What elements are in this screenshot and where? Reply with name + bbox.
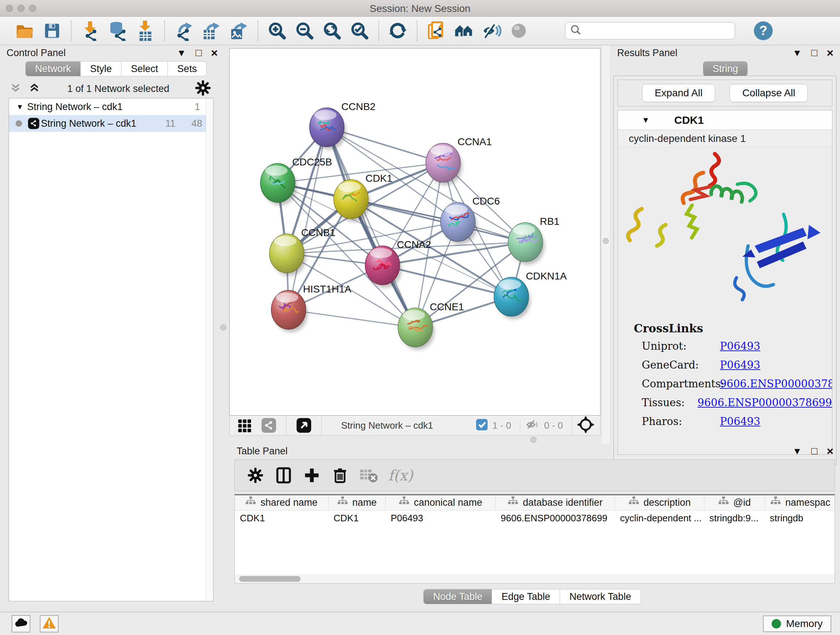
- table-panel: Table Panel ▼ □ × f(x) shared namenameca…: [224, 443, 840, 612]
- collapse-all-networks-icon[interactable]: [9, 81, 22, 96]
- tab-style[interactable]: Style: [81, 61, 122, 76]
- table-panel-close-icon[interactable]: ×: [827, 445, 834, 458]
- network-tree-scrollbar[interactable]: [206, 98, 213, 601]
- column-header-name[interactable]: name: [328, 495, 386, 510]
- control-panel-collapse-icon[interactable]: ▼: [177, 48, 186, 59]
- right-splitter-handle[interactable]: [603, 238, 609, 244]
- refresh-icon[interactable]: [386, 20, 409, 42]
- bottom-splitter-handle[interactable]: [531, 437, 537, 443]
- memory-label: Memory: [786, 618, 823, 630]
- table-options-gear-icon[interactable]: [244, 464, 267, 486]
- window-titlebar: Session: New Session: [0, 0, 840, 17]
- table-row[interactable]: CDK1CDK1P064939606.ENSP00000378699cyclin…: [235, 510, 835, 526]
- selected-checkbox-icon[interactable]: [475, 418, 489, 433]
- tab-string[interactable]: String: [703, 61, 748, 76]
- export-network-icon[interactable]: [172, 20, 195, 42]
- memory-button[interactable]: Memory: [763, 616, 831, 632]
- tab-node-table[interactable]: Node Table: [423, 589, 492, 604]
- tab-network[interactable]: Network: [25, 61, 81, 76]
- crosslink-link[interactable]: P06493: [720, 415, 760, 428]
- show-columns-icon[interactable]: [272, 464, 295, 486]
- network-node-RB1[interactable]: RB1: [508, 216, 559, 264]
- network-node-CDKN1A[interactable]: CDKN1A: [494, 271, 567, 319]
- zoom-selected-icon[interactable]: [348, 20, 371, 42]
- network-tree-row[interactable]: String Network – cdk1 11 48: [9, 115, 213, 132]
- export-image-icon[interactable]: [227, 20, 250, 42]
- table-panel-float-icon[interactable]: □: [811, 445, 817, 457]
- results-panel-close-icon[interactable]: ×: [827, 46, 834, 60]
- tab-select[interactable]: Select: [122, 61, 168, 76]
- network-share-icon[interactable]: [259, 414, 278, 437]
- save-session-icon[interactable]: [41, 20, 64, 42]
- toggle-views-icon[interactable]: [507, 20, 531, 42]
- tree-expand-caret-icon[interactable]: ▼: [13, 103, 27, 111]
- open-session-icon[interactable]: [13, 20, 36, 42]
- tab-edge-table[interactable]: Edge Table: [492, 589, 560, 604]
- network-node-CCNB2[interactable]: CCNB2: [309, 101, 376, 150]
- fit-content-crosshair-icon[interactable]: [577, 416, 594, 435]
- crosslink-link[interactable]: P06493: [720, 340, 760, 352]
- search-input[interactable]: [582, 25, 727, 36]
- crosslink-link[interactable]: 9606.ENSP00000378699: [720, 378, 832, 390]
- network-view-toolbar: String Network – cdk1 1 - 0 0 - 0: [229, 416, 600, 435]
- help-button[interactable]: ?: [754, 21, 773, 40]
- import-network-database-icon[interactable]: [106, 20, 129, 42]
- network-node-CCNA1[interactable]: CCNA1: [426, 136, 492, 185]
- open-in-window-icon[interactable]: [294, 414, 313, 437]
- delete-table-icon[interactable]: [357, 464, 379, 486]
- home-icon[interactable]: [452, 20, 475, 42]
- search-box[interactable]: [565, 22, 735, 40]
- network-tree-row[interactable]: ▼ String Network – cdk1 1: [9, 98, 213, 115]
- cloud-button[interactable]: [11, 615, 30, 632]
- collapse-all-button[interactable]: Collapse All: [729, 84, 808, 102]
- network-node-HIST1H1A[interactable]: HIST1H1A: [271, 283, 352, 333]
- node-label: CCNB1: [302, 227, 336, 238]
- toolbar-divider: [164, 21, 165, 41]
- network-edge[interactable]: [289, 127, 327, 310]
- table-panel-collapse-icon[interactable]: ▼: [793, 446, 802, 457]
- network-edge[interactable]: [327, 127, 415, 328]
- tab-network-table[interactable]: Network Table: [560, 589, 641, 604]
- crosslink-link[interactable]: 9606.ENSP00000378699: [698, 396, 832, 409]
- table-hscrollbar-thumb[interactable]: [239, 576, 301, 582]
- network-options-gear-icon[interactable]: [195, 80, 210, 97]
- control-panel-float-icon[interactable]: □: [195, 47, 202, 59]
- share-document-icon[interactable]: [425, 20, 448, 42]
- column-header--id[interactable]: @id: [704, 495, 765, 510]
- column-header-canonical-name[interactable]: canonical name: [386, 495, 496, 510]
- warnings-button[interactable]: [40, 615, 58, 632]
- column-header-namespac[interactable]: namespac: [765, 495, 835, 510]
- table-hscrollbar[interactable]: [235, 575, 835, 583]
- crosslink-label: Tissues:: [642, 396, 698, 409]
- results-panel-float-icon[interactable]: □: [811, 47, 817, 59]
- add-column-icon[interactable]: [301, 464, 323, 486]
- zoom-fit-icon[interactable]: [321, 20, 344, 42]
- crosslink-link[interactable]: P06493: [720, 359, 760, 371]
- zoom-in-icon[interactable]: [265, 20, 289, 42]
- column-header-database-identifier[interactable]: database identifier: [496, 495, 615, 510]
- results-panel-collapse-icon[interactable]: ▼: [793, 48, 802, 59]
- column-header-shared-name[interactable]: shared name: [235, 495, 328, 510]
- hidden-eye-slash-icon[interactable]: [525, 417, 540, 434]
- export-table-icon[interactable]: [200, 20, 223, 42]
- left-splitter-handle[interactable]: [220, 325, 226, 331]
- network-node-CDC6[interactable]: CDC6: [441, 195, 500, 244]
- network-canvas[interactable]: CCNB2 CCNA1 CDC25B CDK1 CDC6 RB1 CCNB1: [229, 48, 600, 416]
- function-builder-icon[interactable]: f(x): [388, 467, 413, 484]
- right-splitter[interactable]: [601, 45, 611, 443]
- control-panel-close-icon[interactable]: ×: [211, 46, 218, 60]
- gene-entry-collapse-caret-icon[interactable]: ▼: [642, 116, 650, 125]
- expand-all-networks-icon[interactable]: [27, 81, 41, 96]
- string-results-box: Expand All Collapse All ▼ CDK1 cyclin-de…: [614, 76, 836, 465]
- hide-selected-icon[interactable]: [480, 20, 503, 42]
- column-header-description[interactable]: description: [615, 495, 704, 510]
- protein-structure-image: [618, 147, 832, 317]
- import-network-file-icon[interactable]: [79, 20, 102, 42]
- delete-column-trash-icon[interactable]: [329, 464, 351, 486]
- tab-sets[interactable]: Sets: [168, 61, 207, 76]
- expand-all-button[interactable]: Expand All: [642, 84, 715, 102]
- birdseye-grid-icon[interactable]: [235, 414, 254, 437]
- network-node-CCNE1[interactable]: CCNE1: [398, 301, 464, 350]
- zoom-out-icon[interactable]: [293, 20, 316, 42]
- import-table-file-icon[interactable]: [134, 20, 157, 42]
